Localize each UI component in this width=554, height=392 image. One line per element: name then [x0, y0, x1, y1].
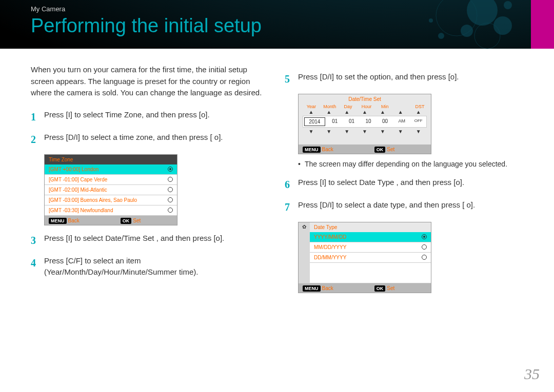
screen-footer: MENU Back OK Set	[299, 283, 431, 293]
step-5: 5 Press [D/I] to set the option, and the…	[285, 71, 523, 87]
up-arrows: ▲▲▲▲▲▲▲	[299, 109, 431, 115]
min-value: 00	[377, 118, 393, 125]
set-label: Set	[387, 147, 394, 152]
step-4: 4 Press [C/F] to select an item (Year/Mo…	[31, 255, 269, 278]
radio-icon	[422, 255, 427, 260]
menu-tag: MENU	[49, 218, 67, 224]
page-number: 35	[524, 365, 540, 383]
ampm-value: AM	[394, 118, 410, 125]
column-labels: Year Month Day Hour Min DST	[299, 104, 431, 109]
row-label: [GMT -03:30] Newfoundland	[49, 208, 168, 213]
step-number: 3	[31, 233, 44, 248]
ok-tag: OK	[374, 285, 386, 292]
step-text: Press [I] to select Date Type , and then…	[298, 177, 523, 192]
timezone-row[interactable]: [GMT -03:00] Buenos Aires, Sao Paulo	[45, 195, 177, 205]
step-number: 2	[31, 132, 44, 147]
dst-value: OFF	[410, 118, 426, 125]
datetype-screen: ✿ Date Type YYYY/MM/DD MM/DD/YYYY DD/MM/…	[298, 222, 431, 293]
row-label: [GMT +00:00] London	[49, 167, 168, 172]
datetype-row[interactable]: MM/DD/YYYY	[310, 242, 431, 253]
note-text: The screen may differ depending on the l…	[305, 159, 507, 170]
step-6: 6 Press [I] to select Date Type , and th…	[285, 177, 523, 192]
note: • The screen may differ depending on the…	[298, 159, 523, 170]
step-3: 3 Press [I] to select Date/Time Set , an…	[31, 233, 269, 248]
step-number: 1	[31, 109, 44, 125]
screen-title: Date Type	[310, 222, 431, 232]
radio-icon	[422, 234, 427, 239]
ok-tag: OK	[121, 218, 132, 224]
step-number: 7	[285, 199, 298, 215]
datetype-row[interactable]: YYYY/MM/DD	[310, 232, 431, 242]
col-label: Month	[321, 104, 339, 109]
row-label: [GMT -02:00] Mid-Atlantic	[49, 187, 168, 193]
timezone-row[interactable]: [GMT -02:00] Mid-Atlantic	[45, 185, 177, 195]
timezone-row[interactable]: [GMT -01:00] Cape Verde	[45, 175, 177, 185]
screen-title: Date/Time Set	[299, 94, 431, 104]
col-label: Day	[340, 104, 357, 109]
left-column: When you turn on your camera for the fir…	[31, 64, 269, 298]
ok-tag: OK	[374, 147, 386, 153]
timezone-screen: Time Zone [GMT +00:00] London [GMT -01:0…	[44, 154, 177, 225]
step-number: 4	[31, 255, 44, 278]
step-text: Press [D/I] to select a time zone, and t…	[44, 132, 269, 147]
row-label: MM/DD/YYYY	[314, 244, 422, 250]
step-text: Press [C/F] to select an item (Year/Mont…	[44, 255, 269, 278]
screen-title: Time Zone	[45, 155, 177, 164]
step-number: 5	[285, 71, 298, 87]
step-text: Press [I] to select Date/Time Set , and …	[44, 233, 269, 248]
back-label: Back	[322, 285, 333, 291]
hour-value: 10	[361, 118, 377, 125]
col-label: Hour	[358, 104, 375, 109]
radio-icon	[168, 197, 173, 202]
gear-icon: ✿	[302, 224, 306, 230]
value-row[interactable]: 2014 01 01 10 00 AM OFF	[303, 116, 427, 128]
screen-footer: MENU Back OK Set	[299, 145, 431, 154]
back-label: Back	[322, 147, 333, 152]
year-value: 2014	[304, 117, 325, 126]
breadcrumb: My Camera	[31, 5, 523, 13]
page-title: Performing the initial setup	[31, 15, 523, 37]
intro-text: When you turn on your camera for the fir…	[31, 64, 269, 99]
row-label: YYYY/MM/DD	[314, 234, 422, 240]
radio-icon	[168, 167, 173, 172]
blank-area	[310, 263, 431, 283]
month-value: 01	[327, 118, 343, 125]
datetype-row[interactable]: DD/MM/YYYY	[310, 253, 431, 263]
side-tabs: ✿	[299, 222, 310, 283]
menu-tag: MENU	[303, 285, 321, 292]
screen-footer: MENU Back OK Set	[45, 216, 177, 225]
step-number: 6	[285, 177, 298, 192]
col-label: DST	[413, 104, 427, 109]
radio-icon	[168, 208, 173, 213]
menu-tag: MENU	[303, 147, 321, 153]
bullet-icon: •	[298, 159, 301, 170]
col-label: Year	[303, 104, 320, 109]
step-7: 7 Press [D/I] to select a date type, and…	[285, 199, 523, 215]
step-text: Press [D/I] to set the option, and then …	[298, 71, 523, 87]
down-arrows: ▼▼▼▼▼▼▼	[299, 129, 431, 134]
set-label: Set	[387, 285, 394, 291]
row-label: [GMT -01:00] Cape Verde	[49, 177, 168, 182]
set-label: Set	[133, 218, 141, 223]
page-header: My Camera Performing the initial setup	[0, 0, 554, 49]
step-2: 2 Press [D/I] to select a time zone, and…	[31, 132, 269, 147]
accent-bar	[531, 0, 554, 49]
back-label: Back	[68, 218, 80, 223]
row-label: DD/MM/YYYY	[314, 255, 422, 260]
row-label: [GMT -03:00] Buenos Aires, Sao Paulo	[49, 197, 168, 203]
col-label	[394, 104, 412, 109]
right-column: 5 Press [D/I] to set the option, and the…	[285, 64, 523, 298]
day-value: 01	[344, 118, 360, 125]
timezone-row[interactable]: [GMT +00:00] London	[45, 164, 177, 175]
timezone-row[interactable]: [GMT -03:30] Newfoundland	[45, 205, 177, 216]
radio-icon	[422, 244, 427, 250]
radio-icon	[168, 187, 173, 192]
step-1: 1 Press [I] to select Time Zone, and the…	[31, 109, 269, 125]
step-text: Press [I] to select Time Zone, and then …	[44, 109, 269, 125]
content-area: When you turn on your camera for the fir…	[0, 49, 554, 298]
col-label: Min	[376, 104, 393, 109]
radio-icon	[168, 177, 173, 182]
datetime-screen: Date/Time Set Year Month Day Hour Min DS…	[298, 94, 431, 154]
step-text: Press [D/I] to select a date type, and t…	[298, 199, 523, 215]
